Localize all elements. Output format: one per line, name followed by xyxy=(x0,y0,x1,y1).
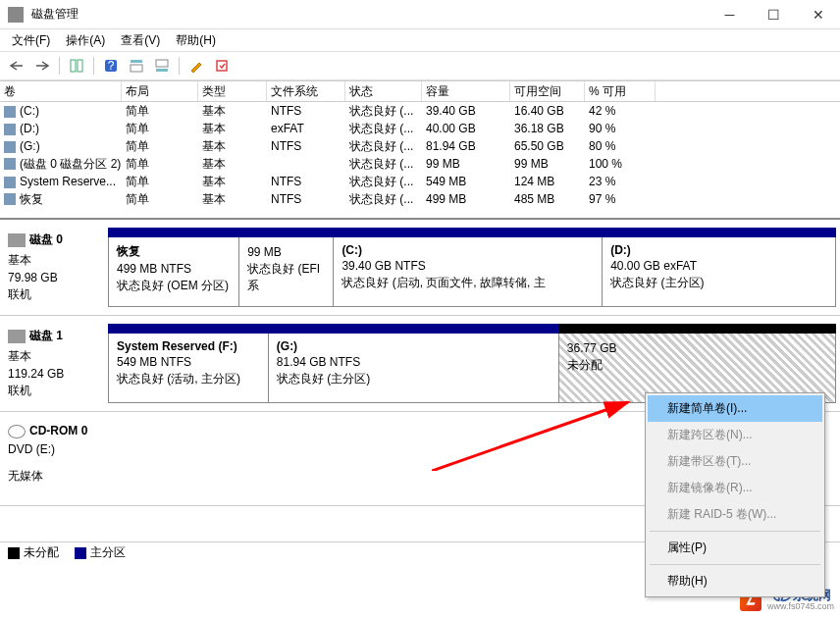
volume-icon xyxy=(4,124,16,135)
partition-title: (G:) xyxy=(277,339,551,353)
maximize-button[interactable]: ☐ xyxy=(752,0,796,29)
ctx-new-spanned-volume: 新建跨区卷(N)... xyxy=(648,422,822,448)
partition[interactable]: (G:) 81.94 GB NTFS 状态良好 (主分区) xyxy=(269,334,559,402)
partition-size: 36.77 GB xyxy=(567,341,827,355)
partition-status: 状态良好 (EFI 系 xyxy=(247,261,325,294)
cell-cap: 99 MB xyxy=(422,157,510,171)
table-row[interactable]: (C:)简单基本NTFS状态良好 (...39.40 GB16.40 GB42 … xyxy=(0,102,840,120)
menu-help[interactable]: 帮助(H) xyxy=(168,30,224,51)
cell-type: 基本 xyxy=(198,156,267,173)
partition-size: 99 MB xyxy=(247,245,325,259)
cell-layout: 简单 xyxy=(122,156,198,173)
ctx-properties[interactable]: 属性(P) xyxy=(648,535,822,561)
menu-file[interactable]: 文件(F) xyxy=(4,30,58,51)
partition-size: 40.00 GB exFAT xyxy=(610,259,827,273)
table-row[interactable]: (磁盘 0 磁盘分区 2)简单基本状态良好 (...99 MB99 MB100 … xyxy=(0,155,840,173)
minimize-button[interactable]: ─ xyxy=(708,0,752,29)
partition[interactable]: System Reserved (F:) 549 MB NTFS 状态良好 (活… xyxy=(109,334,269,402)
partition[interactable]: 恢复 499 MB NTFS 状态良好 (OEM 分区) xyxy=(109,237,239,306)
ctx-new-raid5-volume: 新建 RAID-5 卷(W)... xyxy=(648,501,822,528)
cell-layout: 简单 xyxy=(122,174,198,190)
disk-info: CD-ROM 0 DVD (E:) 无媒体 xyxy=(0,420,108,497)
legend-unallocated: 未分配 xyxy=(8,544,59,561)
partition-size: 499 MB NTFS xyxy=(117,262,231,276)
cell-cap: 40.00 GB xyxy=(422,122,510,135)
cell-pct: 97 % xyxy=(585,192,656,206)
titlebar: 磁盘管理 ─ ☐ ✕ xyxy=(0,0,840,29)
cell-status: 状态良好 (... xyxy=(345,103,422,120)
list-bottom-icon[interactable] xyxy=(151,55,173,77)
partition-status: 状态良好 (活动, 主分区) xyxy=(117,371,260,387)
col-free[interactable]: 可用空间 xyxy=(510,81,585,101)
table-row[interactable]: (D:)简单基本exFAT状态良好 (...40.00 GB36.18 GB90… xyxy=(0,120,840,137)
table-row[interactable]: System Reserve...简单基本NTFS状态良好 (...549 MB… xyxy=(0,173,840,190)
cell-name: System Reserve... xyxy=(0,175,122,188)
col-status[interactable]: 状态 xyxy=(345,81,422,101)
properties-icon[interactable] xyxy=(185,55,207,77)
partition[interactable]: (D:) 40.00 GB exFAT 状态良好 (主分区) xyxy=(603,237,835,306)
disk-icon xyxy=(8,233,26,247)
list-top-icon[interactable] xyxy=(126,55,147,77)
panes-icon[interactable] xyxy=(66,55,87,77)
disk-type: 基本 xyxy=(8,348,100,365)
cell-status: 状态良好 (... xyxy=(345,121,422,137)
help-icon[interactable]: ? xyxy=(100,55,122,77)
partition-title: (C:) xyxy=(341,243,594,257)
volume-icon xyxy=(4,177,16,188)
ctx-help[interactable]: 帮助(H) xyxy=(648,568,822,594)
svg-text:?: ? xyxy=(108,59,115,73)
table-row[interactable]: (G:)简单基本NTFS状态良好 (...81.94 GB65.50 GB80 … xyxy=(0,137,840,155)
cell-name: (磁盘 0 磁盘分区 2) xyxy=(0,156,122,173)
disk-name: 磁盘 1 xyxy=(29,329,63,342)
col-type[interactable]: 类型 xyxy=(198,81,267,101)
svg-rect-8 xyxy=(217,61,227,71)
col-layout[interactable]: 布局 xyxy=(122,81,198,101)
partition-status: 状态良好 (OEM 分区) xyxy=(117,278,231,294)
cell-pct: 23 % xyxy=(585,175,656,188)
cdrom-status: 无媒体 xyxy=(8,468,100,485)
partition-title: 恢复 xyxy=(117,243,231,260)
cell-type: 基本 xyxy=(198,103,267,120)
cell-fs: exFAT xyxy=(267,122,345,135)
disk-type: 基本 xyxy=(8,252,100,269)
col-volume[interactable]: 卷 xyxy=(0,81,122,101)
cell-fs: NTFS xyxy=(267,104,345,118)
table-row[interactable]: 恢复简单基本NTFS状态良好 (...499 MB485 MB97 % xyxy=(0,190,840,208)
disk-info: 磁盘 0 基本 79.98 GB 联机 xyxy=(0,228,108,307)
cell-type: 基本 xyxy=(198,191,267,208)
volume-icon xyxy=(4,141,16,153)
col-capacity[interactable]: 容量 xyxy=(422,81,510,101)
menu-view[interactable]: 查看(V) xyxy=(113,30,168,51)
cell-fs: NTFS xyxy=(267,139,345,153)
cell-free: 485 MB xyxy=(510,192,585,206)
cell-name: (G:) xyxy=(0,139,122,153)
cell-free: 16.40 GB xyxy=(510,104,585,118)
partition[interactable]: (C:) 39.40 GB NTFS 状态良好 (启动, 页面文件, 故障转储,… xyxy=(334,237,603,306)
window-title: 磁盘管理 xyxy=(31,6,708,23)
partition[interactable]: 99 MB 状态良好 (EFI 系 xyxy=(239,237,334,306)
close-button[interactable]: ✕ xyxy=(796,0,840,29)
context-menu: 新建简单卷(I)... 新建跨区卷(N)... 新建带区卷(T)... 新建镜像… xyxy=(645,392,825,597)
ctx-new-striped-volume: 新建带区卷(T)... xyxy=(648,448,822,475)
partition-status: 状态良好 (主分区) xyxy=(277,371,551,387)
col-pct[interactable]: % 可用 xyxy=(585,81,656,101)
cdrom-drive: DVD (E:) xyxy=(8,442,100,456)
back-button[interactable] xyxy=(6,55,27,77)
cell-cap: 549 MB xyxy=(422,175,510,188)
svg-rect-1 xyxy=(78,60,82,72)
menu-action[interactable]: 操作(A) xyxy=(58,30,113,51)
disk-colorbar xyxy=(108,228,836,237)
cell-layout: 简单 xyxy=(122,121,198,137)
legend-primary: 主分区 xyxy=(75,544,126,561)
brand-url: www.fs0745.com xyxy=(767,602,834,612)
volume-grid[interactable]: (C:)简单基本NTFS状态良好 (...39.40 GB16.40 GB42 … xyxy=(0,102,840,218)
partition-status: 未分配 xyxy=(567,357,827,374)
disk-size: 79.98 GB xyxy=(8,271,100,284)
cell-name: (C:) xyxy=(0,104,122,118)
ctx-new-simple-volume[interactable]: 新建简单卷(I)... xyxy=(648,395,822,422)
svg-rect-4 xyxy=(131,60,142,63)
refresh-icon[interactable] xyxy=(211,55,233,77)
forward-button[interactable] xyxy=(31,55,53,77)
volume-icon xyxy=(4,106,16,118)
col-fs[interactable]: 文件系统 xyxy=(267,81,345,101)
